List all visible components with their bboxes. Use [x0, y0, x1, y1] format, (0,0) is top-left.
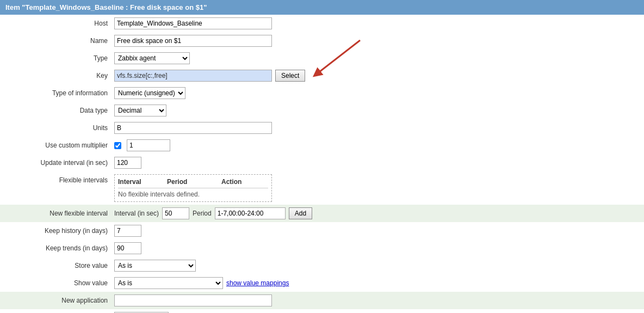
applications-row: Applications -None- Availability CPU Dis… [0, 309, 644, 313]
key-label: Key [5, 70, 114, 79]
select-button[interactable]: Select [275, 70, 305, 82]
show-value-select[interactable]: As is [114, 277, 223, 289]
new-application-label: New application [5, 294, 114, 304]
units-row: Units [0, 119, 644, 137]
new-application-row: New application [0, 292, 644, 309]
keep-history-row: Keep history (in days) [0, 222, 644, 240]
type-field: Zabbix agent Zabbix agent (active) Simpl… [114, 52, 639, 64]
col-action-header: Action [221, 178, 265, 186]
flexible-intervals-table: Interval Period Action No flexible inter… [114, 174, 272, 202]
interval-value-input[interactable] [162, 207, 189, 219]
host-label: Host [5, 17, 114, 27]
key-row: Key Select [0, 67, 644, 84]
multiplier-checkbox[interactable] [114, 142, 121, 149]
store-value-select[interactable]: As is Delta (speed per second) Delta (si… [114, 260, 196, 272]
type-of-info-field: Numeric (unsigned) Numeric (float) Chara… [114, 87, 639, 99]
multiplier-row: Use custom multiplier [0, 137, 644, 154]
name-row: Name [0, 32, 644, 50]
show-value-row: Show value As is show value mappings [0, 274, 644, 292]
keep-history-field [114, 225, 639, 237]
new-flexible-interval-field: Interval (in sec) Period Add [114, 207, 639, 219]
multiplier-value-input[interactable] [127, 139, 170, 151]
no-intervals-text: No flexible intervals defined. [118, 191, 268, 198]
multiplier-label: Use custom multiplier [5, 139, 114, 149]
name-input[interactable] [114, 35, 272, 47]
update-interval-label: Update interval (in sec) [5, 157, 114, 167]
show-value-field: As is show value mappings [114, 277, 639, 289]
period-value-input[interactable] [215, 207, 286, 219]
show-value-label: Show value [5, 277, 114, 287]
flexible-intervals-row: Flexible intervals Interval Period Actio… [0, 171, 644, 205]
new-flexible-interval-label: New flexible interval [5, 207, 114, 217]
keep-trends-label: Keep trends (in days) [5, 242, 114, 252]
host-input[interactable] [114, 17, 272, 29]
flexible-intervals-label: Flexible intervals [5, 174, 114, 184]
flexible-table-header: Interval Period Action [118, 178, 268, 188]
type-select[interactable]: Zabbix agent Zabbix agent (active) Simpl… [114, 52, 190, 64]
units-field [114, 122, 639, 134]
keep-trends-row: Keep trends (in days) [0, 240, 644, 257]
store-value-field: As is Delta (speed per second) Delta (si… [114, 260, 639, 272]
new-flexible-interval-row: New flexible interval Interval (in sec) … [0, 205, 644, 222]
form-container: Host Name Type Zabbix agent Zabbix agent… [0, 15, 644, 313]
data-type-row: Data type Decimal Octal Hexadecimal Bool… [0, 102, 644, 119]
show-value-mappings-link[interactable]: show value mappings [226, 279, 289, 287]
units-input[interactable] [114, 122, 272, 134]
type-of-info-row: Type of information Numeric (unsigned) N… [0, 84, 644, 102]
store-value-row: Store value As is Delta (speed per secon… [0, 257, 644, 274]
key-field: Select [114, 70, 639, 82]
key-input[interactable] [114, 70, 272, 82]
name-label: Name [5, 35, 114, 45]
keep-history-input[interactable] [114, 225, 141, 237]
interval-in-sec-label: Interval (in sec) [114, 210, 159, 217]
host-field [114, 17, 639, 29]
type-row: Type Zabbix agent Zabbix agent (active) … [0, 50, 644, 67]
data-type-field: Decimal Octal Hexadecimal Boolean [114, 105, 639, 116]
add-interval-button[interactable]: Add [289, 207, 312, 219]
col-period-header: Period [167, 178, 221, 186]
host-row: Host [0, 15, 644, 32]
update-interval-row: Update interval (in sec) [0, 154, 644, 171]
keep-history-label: Keep history (in days) [5, 225, 114, 235]
keep-trends-field [114, 242, 639, 254]
update-interval-input[interactable] [114, 157, 141, 169]
units-label: Units [5, 122, 114, 132]
col-interval-header: Interval [118, 178, 167, 186]
type-of-info-select[interactable]: Numeric (unsigned) Numeric (float) Chara… [114, 87, 185, 99]
data-type-select[interactable]: Decimal Octal Hexadecimal Boolean [114, 105, 166, 116]
type-of-info-label: Type of information [5, 87, 114, 97]
title-text: Item "Template_Windows_Baseline : Free d… [5, 3, 207, 11]
data-type-label: Data type [5, 105, 114, 114]
update-interval-field [114, 157, 639, 169]
store-value-label: Store value [5, 260, 114, 269]
flexible-intervals-field: Interval Period Action No flexible inter… [114, 174, 639, 202]
new-application-input[interactable] [114, 294, 272, 306]
name-field [114, 35, 639, 47]
type-label: Type [5, 52, 114, 62]
period-label: Period [193, 210, 212, 217]
keep-trends-input[interactable] [114, 242, 141, 254]
new-application-field [114, 294, 639, 306]
multiplier-field [114, 139, 639, 151]
title-bar: Item "Template_Windows_Baseline : Free d… [0, 0, 644, 15]
